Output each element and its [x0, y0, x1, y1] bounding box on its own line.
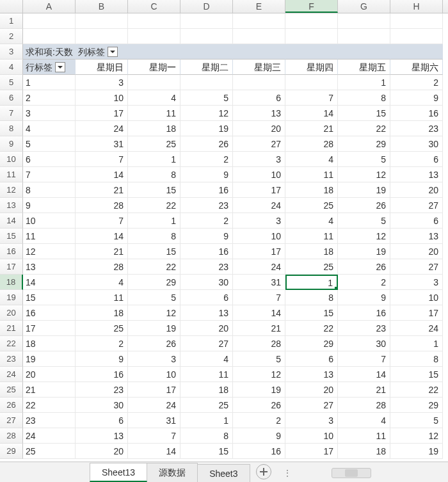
data-cell[interactable]: 9 — [390, 90, 443, 106]
add-sheet-button[interactable] — [256, 464, 271, 479]
col-label-dropdown-icon[interactable] — [108, 47, 118, 57]
data-cell[interactable]: 10 — [76, 90, 128, 106]
data-cell[interactable]: 10 — [128, 367, 180, 382]
row-header-10[interactable]: 10 — [0, 152, 23, 167]
data-cell[interactable]: 13 — [390, 229, 443, 244]
data-cell[interactable]: 22 — [128, 259, 180, 275]
cell[interactable] — [128, 29, 180, 44]
pivot-row-label[interactable]: 行标签 — [23, 60, 76, 75]
pivot-row-label-value[interactable]: 22 — [23, 398, 76, 413]
data-cell[interactable]: 12 — [233, 367, 285, 382]
data-cell[interactable]: 9 — [180, 229, 233, 244]
data-cell[interactable]: 19 — [338, 182, 390, 198]
row-header-20[interactable]: 20 — [0, 305, 23, 321]
data-cell[interactable]: 6 — [285, 351, 338, 367]
pivot-row-label-value[interactable]: 7 — [23, 167, 76, 182]
data-cell[interactable]: 20 — [285, 382, 338, 398]
cell[interactable] — [180, 44, 233, 60]
data-cell[interactable]: 13 — [233, 106, 285, 121]
data-cell[interactable]: 18 — [180, 382, 233, 398]
cell[interactable] — [285, 44, 338, 60]
data-cell[interactable]: 9 — [76, 351, 128, 367]
row-header-21[interactable]: 21 — [0, 321, 23, 336]
data-cell[interactable]: 23 — [180, 259, 233, 275]
data-cell[interactable]: 25 — [128, 136, 180, 152]
row-header-24[interactable]: 24 — [0, 367, 23, 382]
data-cell[interactable]: 23 — [338, 321, 390, 336]
cell[interactable] — [128, 13, 180, 29]
cell[interactable] — [180, 13, 233, 29]
data-cell[interactable]: 8 — [128, 167, 180, 182]
cell[interactable] — [390, 44, 443, 60]
data-cell[interactable]: 9 — [233, 428, 285, 444]
row-header-22[interactable]: 22 — [0, 336, 23, 351]
cell[interactable] — [233, 13, 285, 29]
pivot-row-label-value[interactable]: 21 — [23, 382, 76, 398]
data-cell[interactable]: 19 — [128, 321, 180, 336]
data-cell[interactable]: 2 — [180, 152, 233, 167]
column-header-H[interactable]: H — [390, 0, 443, 13]
data-cell[interactable]: 4 — [338, 413, 390, 428]
data-cell[interactable]: 13 — [180, 305, 233, 321]
pivot-row-label-value[interactable]: 25 — [23, 444, 76, 459]
data-cell[interactable]: 3 — [128, 351, 180, 367]
data-cell[interactable]: 22 — [128, 198, 180, 213]
data-cell[interactable]: 31 — [128, 413, 180, 428]
data-cell[interactable]: 15 — [180, 444, 233, 459]
pivot-col-星期二[interactable]: 星期二 — [180, 60, 233, 75]
data-cell[interactable]: 14 — [76, 167, 128, 182]
cell[interactable] — [338, 29, 390, 44]
row-header-18[interactable]: 18 — [0, 275, 23, 290]
data-cell[interactable]: 15 — [128, 182, 180, 198]
data-cell[interactable]: 31 — [76, 136, 128, 152]
data-cell[interactable]: 31 — [233, 275, 285, 290]
data-cell[interactable]: 11 — [338, 428, 390, 444]
data-cell[interactable]: 8 — [390, 351, 443, 367]
data-cell[interactable]: 30 — [338, 336, 390, 351]
data-cell[interactable]: 14 — [128, 444, 180, 459]
row-header-29[interactable]: 29 — [0, 444, 23, 459]
pivot-row-label-value[interactable]: 11 — [23, 229, 76, 244]
data-cell[interactable]: 24 — [128, 398, 180, 413]
data-cell[interactable]: 1 — [180, 413, 233, 428]
data-cell[interactable]: 10 — [285, 428, 338, 444]
cell[interactable] — [180, 29, 233, 44]
data-cell[interactable]: 1 — [128, 152, 180, 167]
pivot-col-label[interactable]: 列标签 — [76, 44, 128, 60]
data-cell[interactable]: 13 — [285, 367, 338, 382]
row-header-7[interactable]: 7 — [0, 106, 23, 121]
data-cell[interactable]: 11 — [285, 229, 338, 244]
data-cell[interactable]: 7 — [76, 152, 128, 167]
data-cell[interactable]: 10 — [390, 290, 443, 305]
row-header-28[interactable]: 28 — [0, 428, 23, 444]
data-cell[interactable]: 13 — [76, 428, 128, 444]
column-header-C[interactable]: C — [128, 0, 180, 13]
cell[interactable] — [128, 44, 180, 60]
data-cell[interactable] — [180, 75, 233, 90]
data-cell[interactable]: 14 — [285, 106, 338, 121]
data-cell[interactable]: 5 — [390, 413, 443, 428]
data-cell[interactable]: 27 — [285, 398, 338, 413]
data-cell[interactable]: 30 — [76, 398, 128, 413]
data-cell[interactable]: 16 — [76, 367, 128, 382]
data-cell[interactable]: 7 — [338, 351, 390, 367]
column-header-A[interactable]: A — [23, 0, 76, 13]
data-cell[interactable]: 26 — [233, 398, 285, 413]
data-cell[interactable]: 14 — [233, 305, 285, 321]
data-cell[interactable]: 19 — [180, 121, 233, 136]
data-cell[interactable]: 24 — [233, 198, 285, 213]
data-cell[interactable]: 11 — [128, 106, 180, 121]
data-cell[interactable]: 5 — [128, 290, 180, 305]
data-cell[interactable]: 7 — [285, 90, 338, 106]
data-cell[interactable]: 16 — [338, 305, 390, 321]
data-cell[interactable]: 7 — [128, 428, 180, 444]
data-cell[interactable]: 25 — [285, 198, 338, 213]
pivot-row-label-value[interactable]: 6 — [23, 152, 76, 167]
data-cell[interactable]: 22 — [285, 321, 338, 336]
sheet-tab-Sheet3[interactable]: Sheet3 — [197, 464, 250, 482]
data-cell[interactable]: 5 — [180, 90, 233, 106]
data-cell[interactable]: 19 — [390, 444, 443, 459]
data-cell[interactable]: 23 — [180, 198, 233, 213]
data-cell[interactable]: 25 — [76, 321, 128, 336]
data-cell[interactable]: 15 — [128, 244, 180, 259]
